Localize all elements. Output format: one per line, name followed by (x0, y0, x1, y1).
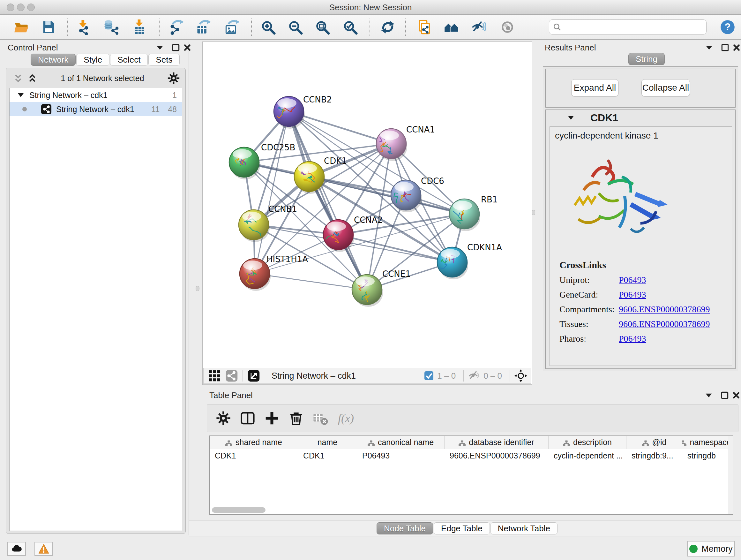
export-table-icon[interactable] (196, 19, 211, 35)
network-options-gear-icon[interactable] (167, 71, 180, 85)
import-network-database-icon[interactable] (104, 19, 119, 35)
string-network-graph[interactable]: CCNB2CCNA1CDC25BCDK1CDC6RB1CCNB1CCNA2CDK… (203, 42, 532, 367)
table-panel-float-button[interactable] (704, 390, 714, 400)
collection-expander-icon[interactable] (17, 91, 25, 99)
network-row-selected[interactable]: String Network – cdk1 11 48 (10, 102, 182, 116)
import-table-icon[interactable] (132, 19, 147, 35)
protein-node-CDC25B[interactable] (229, 147, 260, 179)
minimize-window-button[interactable] (17, 3, 24, 11)
table-cell[interactable]: 9606.ENSP00000378699 (445, 449, 549, 462)
search-input[interactable] (561, 22, 706, 32)
table-panel-maximize-button[interactable] (720, 390, 730, 400)
protein-node-CCNB1[interactable] (239, 210, 270, 242)
protein-node-RB1[interactable] (449, 199, 480, 231)
results-panel-close-button[interactable] (732, 43, 741, 52)
zoom-in-icon[interactable] (260, 19, 276, 35)
toolbar-divider (369, 18, 370, 36)
column-header-canonical-name[interactable]: canonical name (357, 436, 445, 449)
fit-selection-crosshair-icon[interactable] (515, 369, 527, 382)
zoom-out-icon[interactable] (287, 19, 303, 35)
table-cell[interactable]: stringdb:9... (626, 449, 682, 462)
delete-column-icon[interactable] (288, 410, 304, 426)
export-network-icon[interactable] (169, 19, 184, 35)
show-all-icon[interactable] (500, 19, 515, 35)
tab-style[interactable]: Style (76, 54, 110, 66)
left-splitter-handle[interactable] (196, 286, 199, 291)
crosslink-link[interactable]: P06493 (619, 334, 646, 344)
column-header-shared-name[interactable]: shared name (210, 436, 298, 449)
node-table[interactable]: shared namenamecanonical namedatabase id… (209, 435, 733, 515)
protein-node-CCNA1[interactable] (376, 129, 407, 161)
table-cell[interactable]: P06493 (357, 449, 445, 462)
table-vertical-scrollbar[interactable] (728, 436, 733, 514)
table-cell[interactable]: cyclin-dependent ... (549, 449, 626, 462)
column-header-description[interactable]: description (549, 436, 626, 449)
refresh-icon[interactable] (380, 19, 395, 35)
search-box[interactable] (549, 19, 706, 35)
tab-edge-table[interactable]: Edge Table (434, 522, 490, 535)
table-cell[interactable]: CDK1 (210, 449, 298, 462)
string-app-icon[interactable] (417, 19, 432, 35)
protein-node-CCNE1[interactable] (352, 274, 383, 307)
tab-sets[interactable]: Sets (148, 54, 180, 66)
collapse-all-networks-icon[interactable] (12, 72, 24, 84)
column-header-name[interactable]: name (298, 436, 357, 449)
table-panel-close-button[interactable] (731, 390, 741, 400)
protein-node-CCNA2[interactable] (323, 220, 354, 252)
tab-network[interactable]: Network (30, 54, 76, 66)
control-panel-maximize-button[interactable] (171, 43, 181, 52)
network-view-toolbar: String Network – cdk1 1 – 0 0 – 0 (203, 368, 531, 384)
expand-all-button[interactable]: Expand All (571, 79, 618, 97)
table-options-gear-icon[interactable] (215, 410, 231, 426)
cdk1-entry-header[interactable]: CDK1 (546, 110, 735, 126)
add-column-icon[interactable] (264, 410, 280, 426)
protein-node-HIST1H1A[interactable] (240, 259, 271, 291)
protein-node-CDK1[interactable] (294, 162, 325, 194)
crosslink-link[interactable]: P06493 (619, 275, 646, 285)
zoom-selected-icon[interactable] (342, 19, 358, 35)
tab-string[interactable]: String (628, 53, 665, 65)
memory-button[interactable]: Memory (687, 541, 735, 557)
birds-eye-view-icon[interactable] (208, 369, 221, 382)
column-header-database-identifier[interactable]: database identifier (445, 436, 549, 449)
network-view-canvas[interactable]: CCNB2CCNA1CDC25BCDK1CDC6RB1CCNB1CCNA2CDK… (202, 42, 532, 385)
control-panel-close-button[interactable] (183, 43, 192, 52)
selected-count-checkbox-icon[interactable] (424, 371, 434, 381)
network-overview-icon[interactable] (225, 369, 238, 382)
tab-network-table[interactable]: Network Table (490, 522, 557, 535)
close-window-button[interactable] (7, 3, 14, 11)
results-panel-maximize-button[interactable] (720, 43, 730, 52)
column-header--id[interactable]: @id (626, 436, 682, 449)
table-horizontal-scrollbar[interactable] (212, 507, 266, 513)
save-session-icon[interactable] (41, 19, 56, 35)
export-image-icon[interactable] (224, 19, 240, 35)
expand-all-networks-icon[interactable] (26, 72, 38, 84)
protein-node-CDC6[interactable] (391, 180, 422, 212)
help-icon[interactable]: ? (720, 19, 735, 35)
table-row[interactable]: CDK1CDK1P064939606.ENSP00000378699cyclin… (210, 449, 733, 462)
table-cell[interactable]: stringdb (682, 449, 729, 462)
tab-node-table[interactable]: Node Table (377, 522, 433, 535)
crosslink-link[interactable]: P06493 (619, 290, 646, 300)
cloud-status-button[interactable] (7, 542, 26, 556)
collapse-all-button[interactable]: Collapse All (642, 79, 690, 97)
table-cell[interactable]: CDK1 (298, 449, 357, 462)
detach-view-icon[interactable] (247, 369, 260, 382)
hide-selected-icon[interactable] (471, 19, 486, 35)
warning-status-button[interactable] (35, 542, 53, 556)
control-panel-float-button[interactable] (155, 43, 165, 52)
results-panel-float-button[interactable] (704, 43, 714, 52)
zoom-window-button[interactable] (27, 3, 35, 11)
crosslink-link[interactable]: 9606.ENSP00000378699 (619, 319, 710, 329)
tab-select[interactable]: Select (110, 54, 148, 66)
import-network-file-icon[interactable] (76, 19, 91, 35)
crosslink-link[interactable]: 9606.ENSP00000378699 (619, 304, 710, 314)
column-header-namespace[interactable]: namespace (682, 436, 729, 449)
protein-node-CDKN1A[interactable] (437, 247, 468, 279)
network-collection-row[interactable]: String Network – cdk1 1 (10, 88, 182, 102)
show-columns-icon[interactable] (240, 410, 256, 426)
cdk1-expander-icon[interactable] (567, 114, 575, 122)
open-session-icon[interactable] (14, 19, 29, 35)
home-icon[interactable] (444, 19, 459, 35)
zoom-fit-icon[interactable] (315, 19, 330, 35)
